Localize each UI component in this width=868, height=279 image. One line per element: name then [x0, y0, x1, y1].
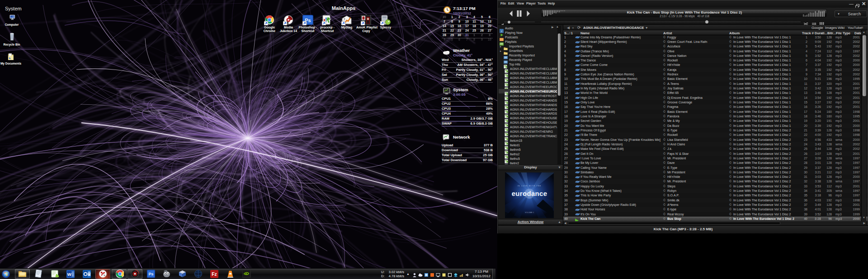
svg-text:Fz: Fz [212, 272, 217, 277]
svg-text:eurodance: eurodance [512, 190, 547, 197]
svg-text:W: W [67, 272, 71, 277]
svg-text:Ps: Ps [149, 272, 154, 276]
svg-text:IN LOVE WITH THE: IN LOVE WITH THE [517, 185, 541, 187]
svg-text:VOLUME 1: VOLUME 1 [525, 211, 534, 214]
